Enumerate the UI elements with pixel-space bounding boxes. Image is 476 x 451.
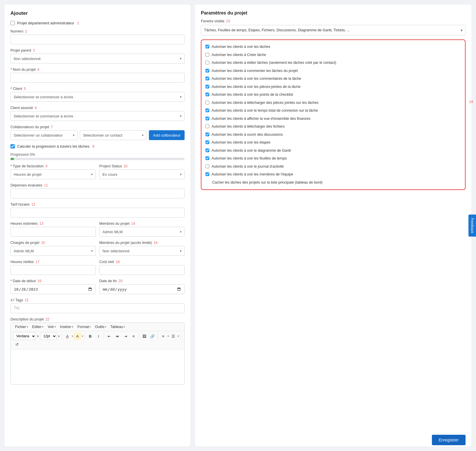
heures-reelles-input[interactable]: [10, 265, 96, 275]
membres-projet-select[interactable]: Admin MLM: [99, 227, 185, 237]
charges-projet-select[interactable]: Admin MLM: [10, 246, 96, 256]
cout-reel-input[interactable]: [99, 265, 185, 275]
charges-projet-field: Chargés de projet 15 Admin MLM: [10, 241, 96, 256]
perm-checkbox-7[interactable]: [205, 101, 209, 104]
perm-label-17: Cacher les tâches des projets sur la lis…: [212, 180, 322, 185]
perm-row-9: Autoriser les clients à afficher la vue …: [205, 115, 461, 123]
editor-wrap: Fichier▾ Editer▾ Voir▾ Insérer▾ Format▾: [10, 323, 185, 385]
heures-estimees-input[interactable]: [10, 227, 96, 237]
membres-projet-field: Membres du projet 14 Admin MLM: [99, 222, 185, 237]
font-color-button[interactable]: A: [64, 332, 71, 340]
projet-parent-select[interactable]: Non sélectionné: [10, 54, 185, 64]
field-num-15: 15: [41, 241, 45, 245]
bold-button[interactable]: B: [86, 332, 94, 340]
type-facturation-select[interactable]: Heures de projet: [10, 169, 96, 179]
field-num-21: 21: [25, 298, 28, 302]
perm-row-2: Autoriser les clients à éditer tâches (s…: [205, 59, 461, 67]
add-collaborateur-button[interactable]: Add collborateur: [149, 130, 185, 140]
date-fin-input[interactable]: [99, 284, 185, 294]
perm-checkbox-3[interactable]: [205, 69, 209, 73]
menu-format[interactable]: Format▾: [75, 324, 93, 330]
contact-select[interactable]: Sélectionner un contact: [80, 130, 147, 140]
client-associe-select-wrap: Sélectionner et commencer à écrire: [10, 111, 185, 121]
project-status-select[interactable]: En cours: [99, 169, 185, 179]
field-num-18: 18: [116, 260, 120, 264]
font-family-select[interactable]: Verdana: [13, 332, 36, 340]
nom-projet-input[interactable]: [10, 73, 185, 83]
progress-bar-fill: [10, 158, 14, 160]
insert-link-button[interactable]: 🔗: [149, 332, 156, 340]
perm-checkbox-4[interactable]: [205, 77, 209, 80]
menu-outils[interactable]: Outils▾: [93, 324, 108, 330]
right-panel-title: Paramètres du projet: [201, 10, 466, 16]
menu-fichier[interactable]: Fichier▾: [13, 324, 30, 330]
perm-label-12: Autoriser les clients à voir les étapes: [212, 140, 271, 145]
perm-row-8: Autoriser les clients à voir le temps to…: [205, 107, 461, 115]
perm-checkbox-0[interactable]: [205, 45, 209, 48]
perm-checkbox-6[interactable]: [205, 93, 209, 96]
tarif-label: Tarif horaire: [10, 202, 30, 207]
perm-checkbox-2[interactable]: [205, 61, 209, 64]
membres-acces-label: Membres du projet (accès limité): [99, 241, 152, 245]
depenses-input[interactable]: [10, 189, 185, 198]
perm-checkbox-8[interactable]: [205, 108, 209, 112]
collaborateur-select[interactable]: Sélectionner un collaborateur: [10, 130, 77, 140]
enregistrer-button[interactable]: Enregistrer: [432, 435, 466, 445]
perm-row-15: Autoriser les clients à voir le journal …: [205, 163, 461, 171]
tarif-input[interactable]: [10, 208, 185, 218]
client-select[interactable]: Sélectionner et commencer à écrire: [10, 92, 185, 102]
depenses-field: Dépenses évaluées 11: [10, 183, 185, 198]
perm-checkbox-10[interactable]: [205, 124, 209, 128]
field-num-17: 17: [36, 260, 39, 264]
perm-checkbox-1[interactable]: [205, 53, 209, 57]
perm-checkbox-13[interactable]: [205, 148, 209, 152]
perm-checkbox-5[interactable]: [205, 85, 209, 88]
date-debut-input[interactable]: [10, 284, 96, 294]
perm-row-10: Autoriser les clients à télécharger des …: [205, 123, 461, 131]
client-associe-select[interactable]: Sélectionner et commencer à écrire: [10, 111, 185, 121]
menu-inserer[interactable]: Insérer▾: [58, 324, 75, 330]
perm-checkbox-16[interactable]: [205, 172, 209, 176]
insert-image-button[interactable]: 🖼: [140, 332, 148, 340]
heures-cout-row: Heures réelles 17 Coût réel 18: [10, 260, 185, 279]
perm-checkbox-14[interactable]: [205, 156, 209, 160]
perm-row-11: Autoriser les clients à ouvrir des discu…: [205, 131, 461, 139]
menu-editer[interactable]: Editer▾: [30, 324, 46, 330]
highlight-color-button[interactable]: A: [74, 332, 81, 340]
editor-toolbar: Verdana ▾ 12pt ▾ A ▾ A ▾ B I ⇤: [11, 331, 184, 349]
right-panel: Paramètres du projet Fenetre visible 23 …: [195, 5, 471, 446]
perm-checkbox-9[interactable]: [205, 117, 209, 120]
voir-arrow: ▾: [55, 325, 56, 328]
font-size-select[interactable]: 12pt: [40, 332, 57, 340]
undo-button[interactable]: ↺: [13, 340, 21, 348]
italic-button[interactable]: I: [95, 332, 102, 340]
date-debut-label: * Date de début: [10, 279, 36, 283]
calculer-progression-checkbox[interactable]: [10, 144, 15, 148]
perm-label-10: Autoriser les clients à télécharger des …: [212, 124, 285, 129]
field-num-10: 10: [124, 164, 127, 168]
perm-label-9: Autoriser les clients à afficher la vue …: [212, 116, 311, 122]
perm-label-5: Autoriser les clients à voir les pièces-…: [212, 84, 300, 90]
divider-5: [158, 333, 158, 339]
field-num-13: 13: [39, 222, 43, 226]
unordered-list-button[interactable]: ☰: [170, 332, 177, 340]
projet-dept-admin-checkbox[interactable]: [10, 21, 15, 25]
numero-input[interactable]: [10, 35, 185, 44]
align-right-button[interactable]: ⇥: [122, 332, 129, 340]
menu-voir[interactable]: Voir▾: [46, 324, 58, 330]
editor-body[interactable]: [11, 349, 184, 384]
align-justify-button[interactable]: ≡: [130, 332, 137, 340]
align-left-button[interactable]: ⇤: [105, 332, 113, 340]
ordered-list-button[interactable]: ≡: [159, 332, 167, 340]
align-center-button[interactable]: ⇼: [113, 332, 121, 340]
perm-checkbox-11[interactable]: [205, 133, 209, 136]
perm-checkbox-12[interactable]: [205, 140, 209, 144]
perm-label-3: Autoriser les clients à commenter les tâ…: [212, 68, 298, 74]
membres-acces-select[interactable]: Non sélectionné: [99, 246, 185, 256]
menu-tableau[interactable]: Tableau▾: [108, 324, 127, 330]
fenetre-select[interactable]: Tâches, Feuilles de temps, Etapes, Fichi…: [201, 25, 466, 35]
perm-row-16: Autoriser les clients à voir les membres…: [205, 171, 461, 179]
perm-checkbox-15[interactable]: [205, 164, 209, 168]
feedback-button[interactable]: Feedback: [468, 214, 476, 237]
tags-input[interactable]: Tag: [10, 303, 185, 313]
